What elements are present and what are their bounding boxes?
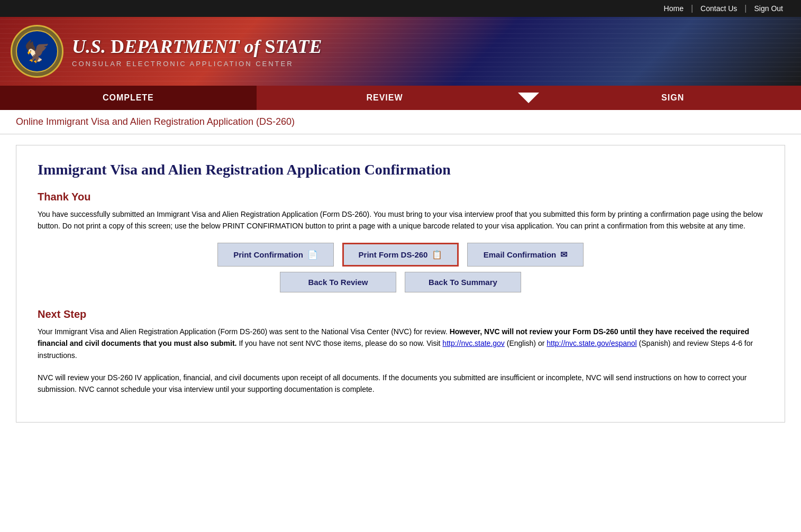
- back-to-review-button[interactable]: Back To Review: [280, 272, 396, 292]
- agency-subtitle: Consular Electronic Application Center: [72, 60, 322, 68]
- page-title: Online Immigrant Visa and Alien Registra…: [16, 116, 785, 127]
- home-link[interactable]: Home: [657, 3, 691, 14]
- eagle-icon: 🦅: [24, 39, 50, 64]
- print-confirmation-label: Print Confirmation: [233, 250, 303, 259]
- next-step-heading: Next Step: [38, 308, 763, 320]
- page-title-bar: Online Immigrant Visa and Alien Registra…: [0, 110, 801, 134]
- content-main-heading: Immigrant Visa and Alien Registration Ap…: [38, 161, 763, 178]
- back-to-summary-button[interactable]: Back To Summary: [405, 272, 521, 292]
- agency-name: U.S. DEPARTMENT of STATE: [72, 35, 322, 58]
- header-text: U.S. DEPARTMENT of STATE Consular Electr…: [72, 35, 322, 68]
- step-navigation: COMPLETE REVIEW SIGN: [0, 86, 801, 110]
- department-seal: 🦅: [11, 25, 63, 78]
- step-arrow-area: [513, 86, 544, 110]
- signout-link[interactable]: Sign Out: [747, 3, 790, 14]
- thank-you-heading: Thank You: [38, 191, 763, 203]
- print-form-ds260-button[interactable]: Print Form DS-260 📋: [342, 243, 459, 267]
- contact-link[interactable]: Contact Us: [693, 3, 744, 14]
- print-icon: 📄: [307, 250, 318, 260]
- primary-buttons-row: Print Confirmation 📄 Print Form DS-260 📋…: [38, 243, 763, 267]
- step-review-label: REVIEW: [366, 93, 403, 103]
- print-form-label: Print Form DS-260: [359, 250, 428, 259]
- print-confirmation-button[interactable]: Print Confirmation 📄: [217, 243, 334, 267]
- step-sign-label: SIGN: [661, 93, 684, 103]
- email-confirmation-button[interactable]: Email Confirmation ✉: [467, 243, 584, 267]
- content-box: Immigrant Visa and Alien Registration Ap…: [16, 145, 785, 423]
- email-icon: ✉: [560, 250, 567, 260]
- back-to-review-label: Back To Review: [308, 278, 368, 287]
- step-review[interactable]: REVIEW: [257, 86, 513, 110]
- next-step-para1: Your Immigrant Visa and Alien Registrati…: [38, 326, 763, 361]
- step-sign[interactable]: SIGN: [544, 86, 801, 110]
- next-step-text2: If you have not sent NVC those items, pl…: [239, 339, 440, 347]
- arrow-down-icon: [518, 93, 539, 103]
- nvc-url-es-link[interactable]: http://nvc.state.gov/espanol: [547, 339, 636, 347]
- next-step-para2: NVC will review your DS-260 IV applicati…: [38, 372, 763, 396]
- top-navigation: Home | Contact Us | Sign Out: [0, 0, 801, 17]
- next-step-text1: Your Immigrant Visa and Alien Registrati…: [38, 327, 448, 336]
- main-content: Immigrant Visa and Alien Registration Ap…: [0, 134, 801, 433]
- email-confirmation-label: Email Confirmation: [484, 250, 557, 259]
- thank-you-body: You have successfully submitted an Immig…: [38, 208, 763, 232]
- step-complete-label: COMPLETE: [103, 93, 154, 103]
- secondary-buttons-row: Back To Review Back To Summary: [38, 272, 763, 292]
- header-banner: 🦅 U.S. DEPARTMENT of STATE Consular Elec…: [0, 17, 801, 86]
- back-to-summary-label: Back To Summary: [429, 278, 497, 287]
- next-step-text3: (English) or: [507, 339, 545, 347]
- print-form-icon: 📋: [432, 250, 442, 260]
- step-complete[interactable]: COMPLETE: [0, 86, 257, 110]
- nvc-url-link[interactable]: http://nvc.state.gov: [442, 339, 505, 347]
